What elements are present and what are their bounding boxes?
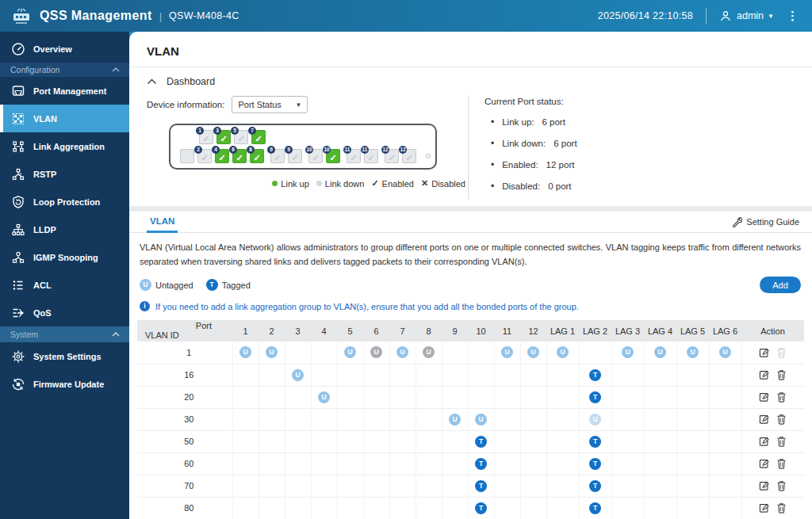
membership-cell [337,364,363,386]
edit-button[interactable] [759,502,770,513]
vlan-id-cell: 16 [137,364,232,386]
datetime: 2025/06/14 22:10:58 [598,10,693,21]
sidebar-item-lldp[interactable]: LLDP [0,216,129,243]
membership-cell [676,497,709,519]
action-cell [741,475,804,497]
tab-vlan[interactable]: VLAN [147,212,178,233]
port-number-badge: 6 [229,146,237,154]
sidebar-item-vlan[interactable]: VLAN [0,105,129,132]
delete-button[interactable] [776,458,787,469]
tagged-badge: T [475,458,487,470]
edit-button[interactable] [759,369,770,380]
edit-button[interactable] [759,458,770,469]
untagged-badge: U [527,346,539,358]
sidebar-section-configuration[interactable]: Configuration [0,63,129,77]
status-item: •Enabled:12 port [485,159,577,170]
action-cell [741,342,804,364]
user-menu[interactable]: admin ▼ [719,10,774,22]
sidebar-section-system[interactable]: System [0,326,129,342]
sidebar-item-port-management[interactable]: Port Management [0,77,129,105]
delete-button[interactable] [776,414,787,425]
tagged-badge: T [589,369,601,381]
membership-cell [337,386,363,408]
delete-button[interactable] [776,369,787,380]
action-cell [741,430,804,452]
membership-cell: U [259,342,285,364]
sidebar-item-link-aggregation[interactable]: Link Aggregation [0,132,129,160]
port-number-badge: 4 [212,146,220,154]
edit-button[interactable] [759,480,770,491]
membership-cell [494,386,520,408]
sidebar-item-loop-protection[interactable]: Loop Protection [0,188,129,216]
tagged-badge: T [589,391,601,403]
sidebar-item-qos[interactable]: QoS [0,299,129,326]
delete-button[interactable] [776,502,787,513]
status-item: •Link up:6 port [485,116,577,128]
column-header: 2 [259,320,285,342]
chevron-up-icon [112,67,120,72]
info-icon: i [140,301,150,311]
membership-cell [259,386,285,408]
sidebar-item-acl[interactable]: ACL [0,271,129,299]
membership-cell: T [468,430,494,452]
membership-cell [546,497,579,519]
setting-guide-button[interactable]: Setting Guide [731,216,799,227]
tagged-badge: T [475,502,487,514]
legend-dot-icon [272,181,278,186]
delete-button[interactable] [776,480,787,491]
collapse-chevron-icon[interactable] [147,78,157,85]
column-header: LAG 1 [546,320,579,342]
membership-cell: T [579,497,611,519]
membership-cell [416,430,442,452]
membership-cell [520,475,546,497]
more-menu-icon[interactable]: ⋮ [787,9,799,23]
edit-button[interactable] [759,391,770,403]
sidebar-item-firmware-update[interactable]: Firmware Update [0,370,129,398]
membership-cell [676,430,709,452]
membership-cell: U [644,342,676,364]
legend-item: Link up [272,179,308,189]
membership-cell [285,386,311,408]
enabled-check-icon: ✓ [350,153,357,162]
delete-button[interactable] [776,436,787,447]
membership-cell [442,497,468,519]
membership-cell [709,364,741,386]
membership-cell [232,452,259,475]
port-icon [11,84,25,98]
membership-cell [442,430,468,452]
switch-port-2: 2✓ [197,149,212,163]
column-header: 12 [520,320,546,342]
untagged-badge: U [654,346,666,358]
app-title: QSS Management [40,9,152,23]
membership-cell: U [337,342,363,364]
membership-cell [363,475,389,497]
sidebar-item-overview[interactable]: Overview [0,35,129,63]
membership-cell [644,497,676,519]
untagged-badge: U [344,346,356,358]
edit-button[interactable] [759,436,770,447]
membership-cell [520,430,546,452]
membership-cell [259,408,285,430]
port-number-badge: 12 [399,146,407,154]
membership-cell [611,452,644,475]
enabled-check-icon: ✓ [220,134,227,143]
switch-port-9: 9✓ [288,149,302,163]
table-row: 1UUUUUUUUUUUUU [137,342,804,364]
add-button[interactable]: Add [760,277,801,293]
membership-cell [259,364,285,386]
delete-button[interactable] [776,391,787,403]
edit-button[interactable] [759,414,770,425]
edit-button[interactable] [759,347,770,358]
column-header: 1 [232,320,259,342]
column-header: 11 [494,320,520,342]
sidebar-item-rstp[interactable]: RSTP [0,160,129,188]
port-number-badge: 9 [267,146,275,154]
membership-cell [494,497,520,519]
delete-button[interactable] [776,347,787,358]
membership-cell [337,475,363,497]
device-information-select[interactable]: Port Status ▼ [232,96,308,113]
sidebar-item-system-settings[interactable]: System Settings [0,342,129,370]
membership-cell [232,408,259,430]
sidebar-item-igmp-snooping[interactable]: IGMP Snooping [0,243,129,271]
untagged-badge: U [622,346,634,358]
